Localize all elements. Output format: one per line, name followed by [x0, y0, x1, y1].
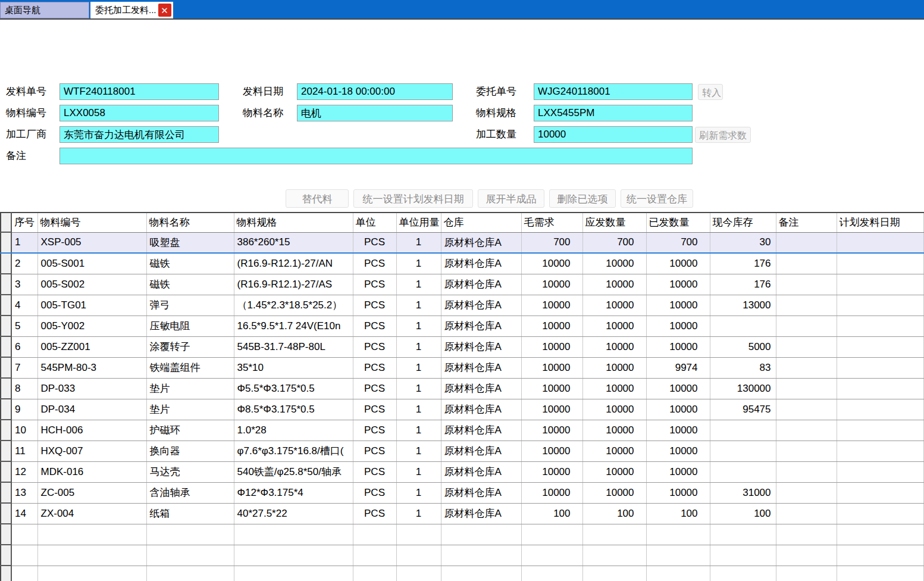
cell-spec[interactable]: （1.45*2.3*18.5*25.2）	[234, 295, 353, 316]
cell-warehouse[interactable]: 原材料仓库A	[441, 253, 521, 274]
row-selector[interactable]	[1, 232, 11, 253]
cell-usage[interactable]: 1	[396, 461, 441, 482]
cell-gross[interactable]: 10000	[521, 253, 582, 274]
cell-seq[interactable]: 2	[11, 253, 37, 274]
cell-issued[interactable]: 10000	[646, 336, 710, 357]
row-selector[interactable]	[1, 336, 11, 357]
consign-no-input[interactable]	[534, 83, 693, 100]
cell-name[interactable]: 换向器	[146, 441, 234, 461]
cell-remark[interactable]	[776, 274, 837, 295]
cell-remark[interactable]	[776, 232, 837, 253]
cell-usage[interactable]: 1	[396, 316, 441, 336]
row-selector[interactable]	[1, 420, 11, 441]
cell-unit[interactable]: PCS	[353, 482, 396, 503]
cell-name[interactable]: 垫片	[146, 399, 234, 420]
cell-usage[interactable]: 1	[396, 378, 441, 399]
table-row[interactable]: 5005-Y002压敏电阻16.5*9.5*1.7 24V(E10nPCS1原材…	[1, 316, 923, 336]
cell-gross[interactable]: 10000	[521, 378, 582, 399]
cell-remark[interactable]	[776, 461, 837, 482]
cell-remark[interactable]	[776, 482, 837, 503]
cell-seq[interactable]: 6	[11, 336, 37, 357]
cell-gross[interactable]: 10000	[521, 482, 582, 503]
cell-warehouse[interactable]: 原材料仓库A	[441, 295, 521, 316]
cell-warehouse[interactable]: 原材料仓库A	[441, 461, 521, 482]
cell-gross[interactable]: 10000	[521, 420, 582, 441]
table-row[interactable]: 1XSP-005吸塑盘386*260*15PCS1原材料仓库A700700700…	[1, 232, 923, 253]
refresh-demand-button[interactable]: 刷新需求数	[695, 127, 751, 143]
row-selector[interactable]	[1, 482, 11, 503]
cell-unit[interactable]: PCS	[353, 503, 396, 524]
cell-spec[interactable]: 35*10	[234, 357, 353, 378]
cell-issued[interactable]: 10000	[646, 399, 710, 420]
cell-gross[interactable]: 10000	[521, 357, 582, 378]
cell-due[interactable]: 10000	[582, 461, 646, 482]
cell-usage[interactable]: 1	[396, 399, 441, 420]
process-qty-input[interactable]	[534, 126, 693, 143]
cell-due[interactable]: 10000	[582, 274, 646, 295]
cell-usage[interactable]: 1	[396, 357, 441, 378]
cell-issued[interactable]: 10000	[646, 461, 710, 482]
row-selector[interactable]	[1, 295, 11, 316]
cell-spec[interactable]: Φ12*Φ3.175*4	[234, 482, 353, 503]
cell-usage[interactable]: 1	[396, 253, 441, 274]
cell-seq[interactable]: 3	[11, 274, 37, 295]
table-row[interactable]: 14ZX-004纸箱40*27.5*22PCS1原材料仓库A1001001001…	[1, 503, 923, 524]
cell-warehouse[interactable]: 原材料仓库A	[441, 503, 521, 524]
cell-stock[interactable]	[710, 316, 776, 336]
cell-stock[interactable]: 83	[710, 357, 776, 378]
table-row[interactable]: 13ZC-005含油轴承Φ12*Φ3.175*4PCS1原材料仓库A100001…	[1, 482, 923, 503]
row-selector[interactable]	[1, 441, 11, 461]
row-selector[interactable]	[1, 253, 11, 274]
cell-stock[interactable]: 5000	[710, 336, 776, 357]
cell-name[interactable]: 铁端盖组件	[146, 357, 234, 378]
tab-consignment-issue[interactable]: 委托加工发料... ✕	[90, 2, 173, 18]
cell-plan_date[interactable]	[837, 378, 923, 399]
cell-plan_date[interactable]	[837, 441, 923, 461]
cell-seq[interactable]: 12	[11, 461, 37, 482]
cell-issued[interactable]: 10000	[646, 482, 710, 503]
cell-name[interactable]: 护磁环	[146, 420, 234, 441]
substitute-material-button[interactable]: 替代料	[286, 189, 349, 208]
cell-usage[interactable]: 1	[396, 482, 441, 503]
cell-gross[interactable]: 10000	[521, 316, 582, 336]
cell-plan_date[interactable]	[837, 503, 923, 524]
cell-plan_date[interactable]	[837, 316, 923, 336]
cell-plan_date[interactable]	[837, 420, 923, 441]
cell-stock[interactable]: 30	[710, 232, 776, 253]
cell-seq[interactable]: 10	[11, 420, 37, 441]
cell-unit[interactable]: PCS	[353, 274, 396, 295]
row-selector[interactable]	[1, 503, 11, 524]
cell-warehouse[interactable]: 原材料仓库A	[441, 274, 521, 295]
cell-code[interactable]: 005-Y002	[37, 316, 146, 336]
cell-remark[interactable]	[776, 316, 837, 336]
cell-due[interactable]: 10000	[582, 378, 646, 399]
cell-name[interactable]: 纸箱	[146, 503, 234, 524]
cell-stock[interactable]: 95475	[710, 399, 776, 420]
cell-code[interactable]: 005-S001	[37, 253, 146, 274]
cell-warehouse[interactable]: 原材料仓库A	[441, 399, 521, 420]
cell-remark[interactable]	[776, 336, 837, 357]
cell-warehouse[interactable]: 原材料仓库A	[441, 482, 521, 503]
material-code-input[interactable]	[59, 105, 219, 121]
row-selector[interactable]	[1, 357, 11, 378]
cell-name[interactable]: 压敏电阻	[146, 316, 234, 336]
cell-seq[interactable]: 7	[11, 357, 37, 378]
cell-seq[interactable]: 9	[11, 399, 37, 420]
cell-due[interactable]: 10000	[582, 399, 646, 420]
cell-name[interactable]: 涂覆转子	[146, 336, 234, 357]
cell-spec[interactable]: φ7.6*φ3.175*16.8/槽口(	[234, 441, 353, 461]
cell-gross[interactable]: 100	[521, 503, 582, 524]
cell-code[interactable]: 005-ZZ001	[37, 336, 146, 357]
cell-plan_date[interactable]	[837, 399, 923, 420]
cell-issued[interactable]: 100	[646, 503, 710, 524]
cell-due[interactable]: 100	[582, 503, 646, 524]
cell-gross[interactable]: 700	[521, 232, 582, 253]
cell-name[interactable]: 吸塑盘	[146, 232, 234, 253]
cell-plan_date[interactable]	[837, 482, 923, 503]
cell-code[interactable]: HXQ-007	[37, 441, 146, 461]
cell-spec[interactable]: 40*27.5*22	[234, 503, 353, 524]
cell-name[interactable]: 弹弓	[146, 295, 234, 316]
cell-gross[interactable]: 10000	[521, 295, 582, 316]
cell-warehouse[interactable]: 原材料仓库A	[441, 378, 521, 399]
cell-stock[interactable]	[710, 420, 776, 441]
